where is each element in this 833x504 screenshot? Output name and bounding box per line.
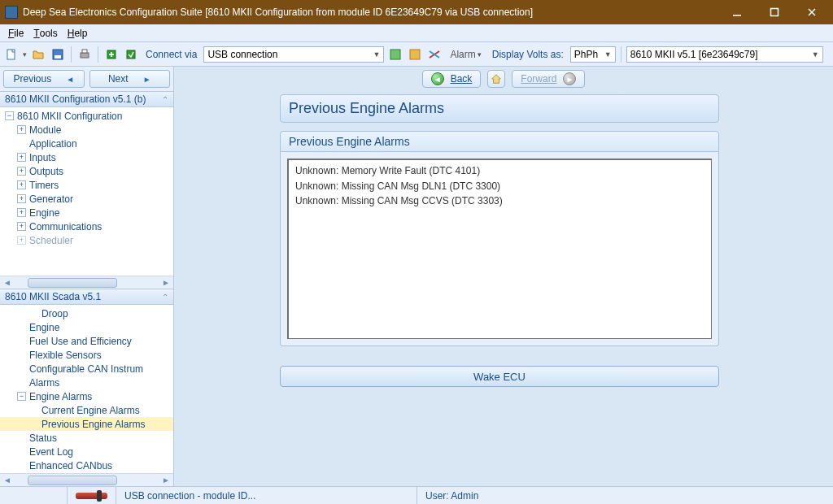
print-icon[interactable] (76, 46, 93, 63)
close-button[interactable] (794, 2, 830, 23)
tree-item-application[interactable]: Application (0, 137, 173, 150)
tree-item-module[interactable]: +Module (0, 123, 173, 137)
config-tree-header[interactable]: 8610 MKII Configuration v5.1 (b)⌃ (0, 91, 173, 107)
scada-item-enhanced-canbus[interactable]: Enhanced CANbus (0, 458, 173, 472)
scada-item-current-engine-alarms[interactable]: Current Engine Alarms (0, 403, 173, 417)
svg-rect-4 (7, 50, 15, 59)
alarm-row: Unknown: Missing CAN Msg CCVS (DTC 3303) (295, 193, 704, 209)
new-icon[interactable] (3, 46, 20, 63)
menu-help[interactable]: Help (64, 26, 91, 41)
volts-mode-combo[interactable]: PhPh▼ (570, 46, 616, 63)
scada-tree-header[interactable]: 8610 MKII Scada v5.1⌃ (0, 289, 173, 305)
next-button[interactable]: Next► (89, 70, 171, 88)
alarm-list: Unknown: Memory Write Fault (DTC 4101) U… (287, 159, 712, 339)
module-combo[interactable]: 8610 MKII v5.1 [6e23649c79]▼ (626, 46, 823, 63)
toolbar: ▾ Connect via USB connection▼ Alarm▾ Dis… (0, 42, 833, 67)
maximize-button[interactable] (757, 2, 792, 23)
scada-item-engine-alarms[interactable]: −Engine Alarms (0, 389, 173, 403)
scada-item-event-log[interactable]: Event Log (0, 445, 173, 458)
menubar: File Tools Help (0, 24, 833, 42)
previous-button[interactable]: Previous◄ (3, 70, 85, 88)
status-connection: USB connection - module ID... (116, 487, 416, 504)
tree-item-inputs[interactable]: +Inputs (0, 150, 173, 164)
minimize-button[interactable] (719, 2, 755, 23)
titlebar: Deep Sea Electronics Configuration Suite… (0, 0, 833, 24)
connect-via-label: Connect via (142, 49, 200, 60)
wake-ecu-button[interactable]: Wake ECU (280, 366, 719, 387)
page-title: Previous Engine Alarms (280, 94, 719, 123)
app-icon (5, 6, 18, 19)
status-user: User: Admin (416, 487, 833, 504)
tool-icon-3[interactable] (426, 46, 443, 63)
svg-rect-6 (55, 55, 61, 59)
left-pane: Previous◄ Next► 8610 MKII Configuration … (0, 67, 174, 486)
config-tree-hscroll[interactable]: ◄► (0, 276, 173, 289)
svg-rect-11 (390, 50, 400, 59)
forward-button[interactable]: Forward► (512, 70, 585, 88)
tree-item-engine[interactable]: +Engine (0, 206, 173, 219)
svg-rect-12 (410, 50, 420, 59)
window-title: Deep Sea Electronics Configuration Suite… (23, 7, 717, 18)
scada-tree-hscroll[interactable]: ◄► (0, 473, 173, 486)
tree-item-timers[interactable]: +Timers (0, 178, 173, 192)
svg-rect-7 (81, 53, 89, 58)
alarm-panel: Unknown: Memory Write Fault (DTC 4101) U… (280, 152, 719, 346)
scada-item-status[interactable]: Status (0, 431, 173, 445)
read-module-icon[interactable] (103, 46, 120, 63)
svg-rect-1 (771, 9, 778, 16)
open-icon[interactable] (30, 46, 46, 63)
connection-combo[interactable]: USB connection▼ (203, 46, 384, 63)
scada-item-droop[interactable]: Droop (0, 306, 173, 320)
scada-item-engine[interactable]: Engine (0, 320, 173, 334)
scada-item-previous-engine-alarms[interactable]: Previous Engine Alarms (0, 417, 173, 431)
scada-item-can-instrum[interactable]: Configurable CAN Instrum (0, 362, 173, 376)
status-slider[interactable] (76, 493, 107, 499)
statusbar: USB connection - module ID... User: Admi… (0, 486, 833, 504)
tool-icon-1[interactable] (387, 46, 403, 63)
tree-item-outputs[interactable]: +Outputs (0, 164, 173, 178)
tree-item-generator[interactable]: +Generator (0, 192, 173, 206)
write-module-icon[interactable] (123, 46, 139, 63)
tool-icon-2[interactable] (407, 46, 423, 63)
alarm-row: Unknown: Missing CAN Msg DLN1 (DTC 3300) (295, 179, 704, 194)
scada-item-fuel[interactable]: Fuel Use and Efficiency (0, 334, 173, 348)
back-button[interactable]: ◄Back (422, 70, 482, 88)
scada-item-alarms[interactable]: Alarms (0, 376, 173, 389)
tree-item-scheduler[interactable]: +Scheduler (0, 233, 173, 247)
display-volts-label: Display Volts as: (489, 49, 567, 60)
page-subtitle: Previous Engine Alarms (280, 131, 719, 152)
tree-root[interactable]: −8610 MKII Configuration (0, 109, 173, 123)
scada-item-flex-sensors[interactable]: Flexible Sensors (0, 348, 173, 362)
main-content: ◄Back Forward► Previous Engine Alarms Pr… (174, 67, 833, 486)
menu-tools[interactable]: Tools (30, 26, 60, 41)
svg-rect-8 (82, 50, 87, 53)
alarm-dropdown[interactable]: Alarm▾ (446, 46, 485, 63)
tree-item-communications[interactable]: +Communications (0, 219, 173, 233)
alarm-row: Unknown: Memory Write Fault (DTC 4101) (295, 163, 704, 179)
save-icon[interactable] (50, 46, 66, 63)
home-button[interactable] (487, 70, 505, 88)
menu-file[interactable]: File (5, 26, 27, 41)
